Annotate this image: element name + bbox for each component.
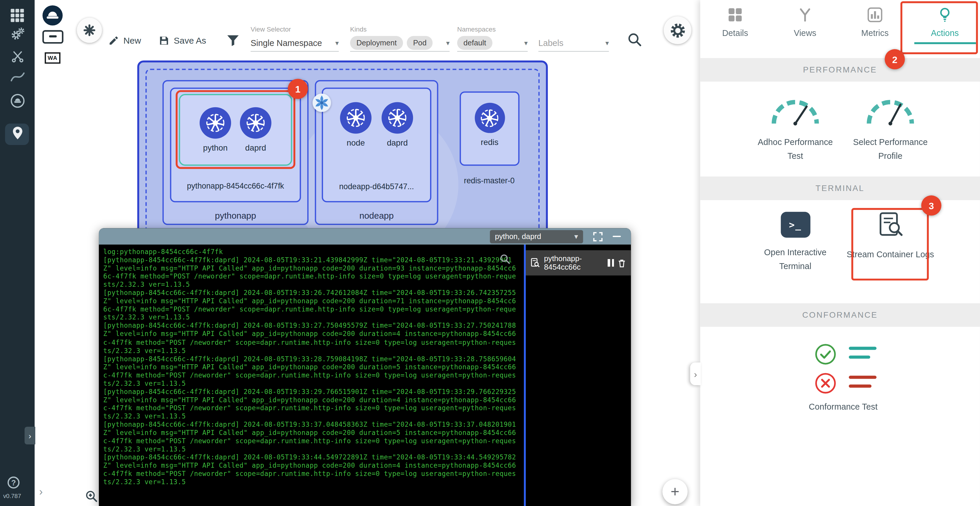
log-line: [pythonapp-8454cc66c-4f7fk:daprd] 2024-0… [103,388,520,396]
chevron-right-icon: › [39,486,43,499]
add-button[interactable]: + [662,479,688,504]
fullscreen-icon[interactable] [593,231,603,241]
log-search-icon[interactable] [499,254,511,265]
select-performance-action[interactable]: Select Performance Profile [843,94,938,163]
tab-label: Actions [931,28,959,38]
menu-grid-button[interactable] [0,8,35,23]
panel-tabs: Details Views Metrics Actions [700,0,980,57]
gauge-icon [864,94,918,127]
new-button[interactable]: New [108,33,141,48]
save-icon [159,35,169,46]
container-daprd[interactable]: daprd [382,102,413,148]
help-button[interactable]: ? [8,477,20,488]
components-button[interactable] [0,27,35,42]
lightbulb-icon [937,7,953,23]
log-line: 6c-4f7fk method="POST /neworder" scope=d… [103,272,520,281]
namespaces-dropdown[interactable]: Namespaces default ▾ [457,26,528,52]
labels-dropdown[interactable]: Labels ▾ [538,26,609,52]
log-line: [pythonapp-8454cc66c-4f7fk:daprd] 2024-0… [103,421,520,429]
traces-button[interactable] [0,69,35,84]
log-line: sts/2.32.3 ver=1.13.5 [103,281,520,289]
tab-actions[interactable]: Actions [910,0,980,57]
filter-button[interactable] [226,33,240,48]
log-line: c-4f7fk method="POST /neworder" scope=da… [103,338,520,346]
curve-icon [10,69,25,84]
container-select-dropdown[interactable]: python, daprd ▾ [490,230,583,243]
containers-pythonapp[interactable]: python daprd [179,94,292,166]
tab-views[interactable]: Views [770,0,840,57]
pass-line-short [849,355,870,359]
pause-icon[interactable] [608,259,614,267]
tools-button[interactable] [0,49,35,63]
labels-spacer [538,26,609,33]
open-interactive-terminal-action[interactable]: >_ Open Interactive Terminal [748,212,843,274]
minimize-icon[interactable] [612,235,621,237]
container-redis[interactable]: redis [461,103,519,147]
tab-metrics[interactable]: Metrics [840,0,910,57]
container-daprd[interactable]: daprd [240,107,271,153]
container-select-value: python, daprd [495,232,541,241]
scissors-icon [10,49,24,63]
kind-chip-deployment[interactable]: Deployment [350,36,403,50]
rail-expand-button[interactable]: › [24,427,35,444]
zoom-in-icon[interactable] [85,490,98,503]
dapr-sidecar-icon[interactable] [312,93,331,112]
caret-down-icon: ▾ [446,39,450,47]
log-line: [pythonapp-8454cc66c-4f7fk:daprd] 2024-0… [103,354,520,363]
log-line: [pythonapp-8454cc66c-4f7fk:daprd] 2024-0… [103,256,520,264]
pod-redis[interactable]: redis [460,91,519,166]
kubernetes-icon [340,102,372,134]
workspace-expand-button[interactable]: › [35,486,48,499]
kubernetes-icon [382,102,413,134]
tab-label: Views [794,28,816,38]
log-output[interactable]: log:pythonapp-8454cc66c-4f7fk[pythonapp-… [99,244,524,506]
kinds-dropdown[interactable]: Kinds Deployment Pod ▾ [350,26,450,52]
trash-icon[interactable] [617,258,627,268]
chevron-right-icon: › [694,369,697,379]
wa-workspace-button[interactable]: WA [35,53,71,64]
kind-chip-pod[interactable]: Pod [407,36,433,50]
fail-line-short [849,385,871,388]
view-selector-dropdown[interactable]: View Selector Single Namespace ▾ [251,26,339,52]
save-as-button[interactable]: Save As [159,33,206,48]
archive-workspace-button[interactable] [35,30,71,44]
log-line: Z" level=info msg="HTTP API Called" app_… [103,396,520,404]
action-label: Select Performance Profile [846,136,934,163]
namespace-chip-default[interactable]: default [457,36,493,50]
archive-box-icon [42,30,63,44]
plus-icon: + [671,483,679,500]
gauge-icon [768,94,822,127]
pod-name-redis: redis-master-0 [449,177,530,185]
container-label: redis [481,137,498,147]
panel-collapse-handle[interactable]: › [690,362,701,385]
log-line: Z" level=info msg="HTTP API Called" app_… [103,264,520,272]
layout-settings-button[interactable] [77,18,102,43]
pod-name-pythonapp: pythonapp-8454cc66c-4f7fk [170,182,301,190]
conformance-pass-icon [815,344,836,365]
labels-placeholder: Labels [538,38,563,48]
dapr-workspace-button[interactable] [35,5,71,26]
log-line: Z" level=info msg="HTTP API Called" app_… [103,363,520,371]
search-button[interactable] [627,32,642,47]
fail-line-long [849,376,877,379]
container-node[interactable]: node [340,102,372,148]
conformance-test-action[interactable]: Conformance Test [793,402,894,412]
settings-button[interactable] [664,16,692,44]
topology-button[interactable] [0,126,35,140]
dapr-rail-button[interactable] [0,93,35,109]
tab-label: Details [722,28,748,38]
caret-down-icon: ▾ [524,39,528,47]
gears-icon [10,27,25,42]
help-icon: ? [11,478,16,487]
metrics-chart-icon [867,7,883,23]
pass-line-long [849,346,877,350]
location-pin-icon [10,126,25,140]
action-label: Adhoc Performance Test [751,136,839,163]
containers-nodeapp: node daprd [322,102,431,148]
stream-container-logs-action[interactable]: Stream Container Logs [843,211,938,262]
log-line: c-4f7fk method="POST /neworder" scope=da… [103,371,520,379]
container-python[interactable]: python [200,107,231,153]
tab-details[interactable]: Details [700,0,770,57]
log-line: sts/2.32.3 ver=1.13.5 [103,314,520,322]
adhoc-performance-action[interactable]: Adhoc Performance Test [748,94,843,163]
